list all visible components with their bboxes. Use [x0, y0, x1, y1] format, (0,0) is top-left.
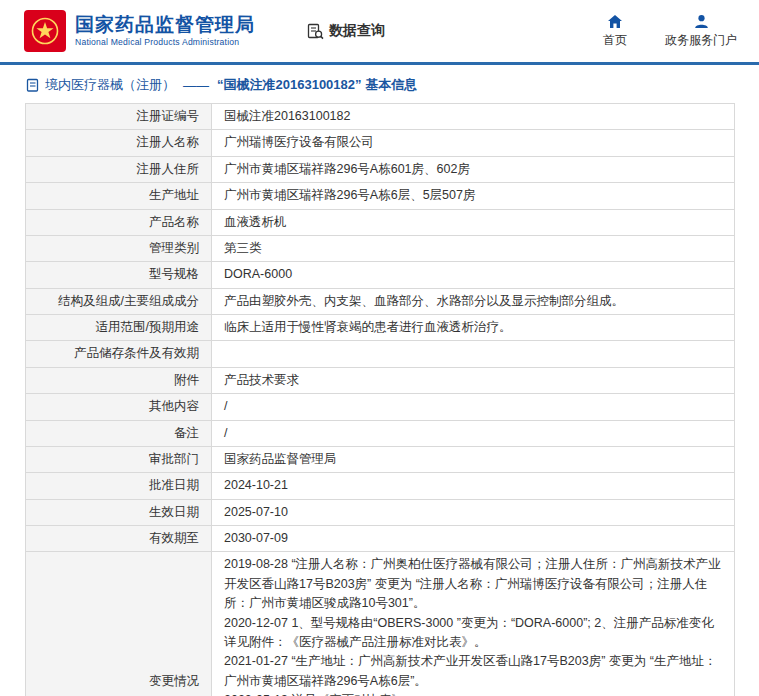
- field-value: 第三类: [212, 235, 735, 261]
- field-value: 广州市黄埔区瑞祥路296号A栋6层、5层507房: [212, 183, 735, 209]
- top-links: 首页 政务服务门户: [603, 13, 737, 49]
- field-value: 广州市黄埔区瑞祥路296号A栋601房、602房: [212, 156, 735, 182]
- org-name-cn: 国家药品监督管理局: [75, 14, 255, 36]
- nav-portal-label: 政务服务门户: [665, 32, 737, 49]
- info-rows: 注册证编号 国械注准20163100182 注册人名称 广州瑞博医疗设备有限公司…: [26, 104, 735, 696]
- table-row: 生产地址 广州市黄埔区瑞祥路296号A栋6层、5层507房: [26, 183, 735, 209]
- table-row: 注册证编号 国械注准20163100182: [26, 104, 735, 130]
- field-label: 注册人住所: [26, 156, 212, 182]
- field-label: 有效期至: [26, 526, 212, 552]
- field-label: 结构及组成/主要组成成分: [26, 288, 212, 314]
- field-label: 附件: [26, 367, 212, 393]
- field-label: 变更情况: [26, 552, 212, 696]
- table-row: 型号规格 DORA-6000: [26, 262, 735, 288]
- document-icon: [26, 78, 39, 92]
- doc-search-icon: [307, 23, 324, 40]
- field-label: 产品名称: [26, 209, 212, 235]
- field-label: 注册证编号: [26, 104, 212, 130]
- page: 国家药品监督管理局 National Medical Products Admi…: [0, 0, 759, 696]
- field-value: 2019-08-28 “注册人名称：广州奥柏仕医疗器械有限公司；注册人住所：广州…: [212, 552, 735, 696]
- field-value: 产品技术要求: [212, 367, 735, 393]
- field-value: 2025-07-10: [212, 499, 735, 525]
- field-label: 注册人名称: [26, 130, 212, 156]
- field-value: 2030-07-09: [212, 526, 735, 552]
- table-row: 审批部门 国家药品监督管理局: [26, 446, 735, 472]
- breadcrumb-separator: ——: [183, 78, 209, 93]
- table-row: 结构及组成/主要组成成分 产品由塑胶外壳、内支架、血路部分、水路部分以及显示控制…: [26, 288, 735, 314]
- field-label: 产品储存条件及有效期: [26, 341, 212, 367]
- table-row: 有效期至 2030-07-09: [26, 526, 735, 552]
- table-row: 附件 产品技术要求: [26, 367, 735, 393]
- nav-data-query[interactable]: 数据查询: [307, 22, 385, 40]
- table-row: 注册人住所 广州市黄埔区瑞祥路296号A栋601房、602房: [26, 156, 735, 182]
- field-label: 其他内容: [26, 394, 212, 420]
- table-row: 适用范围/预期用途 临床上适用于慢性肾衰竭的患者进行血液透析治疗。: [26, 315, 735, 341]
- breadcrumb: 境内医疗器械（注册） —— “国械注准20163100182” 基本信息: [0, 65, 759, 103]
- field-value: /: [212, 394, 735, 420]
- breadcrumb-current: “国械注准20163100182” 基本信息: [217, 76, 417, 94]
- field-label: 管理类别: [26, 235, 212, 261]
- field-label: 型号规格: [26, 262, 212, 288]
- field-value: 广州瑞博医疗设备有限公司: [212, 130, 735, 156]
- table-row: 其他内容 /: [26, 394, 735, 420]
- user-icon: [694, 13, 709, 29]
- field-label: 审批部门: [26, 446, 212, 472]
- field-label: 适用范围/预期用途: [26, 315, 212, 341]
- field-value: /: [212, 420, 735, 446]
- org-name-en: National Medical Products Administration: [75, 38, 255, 48]
- table-row: 变更情况 2019-08-28 “注册人名称：广州奥柏仕医疗器械有限公司；注册人…: [26, 552, 735, 696]
- field-value: 2024-10-21: [212, 473, 735, 499]
- field-value: 产品由塑胶外壳、内支架、血路部分、水路部分以及显示控制部分组成。: [212, 288, 735, 314]
- field-value: 临床上适用于慢性肾衰竭的患者进行血液透析治疗。: [212, 315, 735, 341]
- national-emblem-icon: [24, 10, 66, 52]
- nav-home-label: 首页: [603, 32, 627, 49]
- table-row: 生效日期 2025-07-10: [26, 499, 735, 525]
- field-value: DORA-6000: [212, 262, 735, 288]
- table-row: 批准日期 2024-10-21: [26, 473, 735, 499]
- table-row: 管理类别 第三类: [26, 235, 735, 261]
- header: 国家药品监督管理局 National Medical Products Admi…: [0, 0, 759, 62]
- table-row: 备注 /: [26, 420, 735, 446]
- table-row: 产品名称 血液透析机: [26, 209, 735, 235]
- field-value: 血液透析机: [212, 209, 735, 235]
- field-value: [212, 341, 735, 367]
- registration-info-table: 注册证编号 国械注准20163100182 注册人名称 广州瑞博医疗设备有限公司…: [25, 103, 735, 696]
- brand-text: 国家药品监督管理局 National Medical Products Admi…: [75, 14, 255, 48]
- table-row: 注册人名称 广州瑞博医疗设备有限公司: [26, 130, 735, 156]
- field-label: 批准日期: [26, 473, 212, 499]
- breadcrumb-section[interactable]: 境内医疗器械（注册）: [45, 76, 175, 94]
- nav-portal[interactable]: 政务服务门户: [665, 13, 737, 49]
- field-label: 备注: [26, 420, 212, 446]
- home-icon: [607, 13, 623, 29]
- nav-home[interactable]: 首页: [603, 13, 627, 49]
- table-row: 产品储存条件及有效期: [26, 341, 735, 367]
- field-label: 生产地址: [26, 183, 212, 209]
- brand[interactable]: 国家药品监督管理局 National Medical Products Admi…: [24, 10, 255, 52]
- nav-data-query-label: 数据查询: [329, 22, 385, 40]
- field-value: 国械注准20163100182: [212, 104, 735, 130]
- field-label: 生效日期: [26, 499, 212, 525]
- field-value: 国家药品监督管理局: [212, 446, 735, 472]
